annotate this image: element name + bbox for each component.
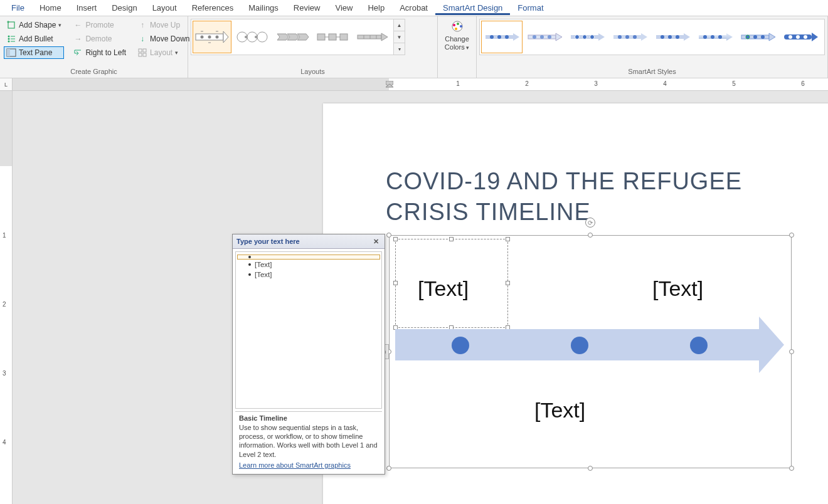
svg-point-27 xyxy=(255,36,257,38)
resize-handle-e[interactable] xyxy=(789,349,794,354)
resize-handle-nw[interactable] xyxy=(386,233,391,238)
text-pane-close-icon[interactable]: ✕ xyxy=(371,236,381,246)
change-colors-group-label xyxy=(438,75,476,78)
shape-handle-ne[interactable] xyxy=(506,237,510,241)
tab-file[interactable]: File xyxy=(4,1,32,15)
layouts-gallery-scroll[interactable]: ▲ ▼ ▾ xyxy=(393,19,405,55)
add-shape-label: Add Shape xyxy=(19,21,56,29)
style-option-5[interactable] xyxy=(652,21,693,53)
layout-option-circle-accent[interactable] xyxy=(233,21,272,53)
style-option-8[interactable] xyxy=(780,21,821,53)
svg-rect-31 xyxy=(317,34,325,40)
svg-marker-28 xyxy=(277,34,289,40)
ruler-corner[interactable]: L xyxy=(0,78,13,91)
text-pane-item-2[interactable]: [Text] xyxy=(237,260,380,270)
tab-view[interactable]: View xyxy=(327,1,360,15)
layout-icon xyxy=(137,48,147,58)
shape-handle-w[interactable] xyxy=(393,281,398,285)
tab-design[interactable]: Design xyxy=(104,1,144,15)
text-pane-header[interactable]: Type your text here ✕ xyxy=(233,234,385,249)
resize-handle-s[interactable] xyxy=(588,466,593,471)
layout-option-basic-timeline[interactable] xyxy=(193,21,231,53)
layout-option-connected-blocks[interactable] xyxy=(313,21,352,53)
style-option-6[interactable] xyxy=(694,21,736,53)
tab-acrobat[interactable]: Acrobat xyxy=(392,1,435,15)
left-margin-marker[interactable] xyxy=(386,81,392,88)
timeline-dot-2[interactable] xyxy=(571,337,588,354)
text-pane-item-1[interactable] xyxy=(237,255,380,260)
text-pane-title: Type your text here xyxy=(236,238,300,245)
layouts-gallery[interactable]: ▲ ▼ ▾ xyxy=(191,19,405,55)
tab-smartart-design[interactable]: SmartArt Design xyxy=(435,1,510,15)
style-option-1[interactable] xyxy=(481,21,523,53)
resize-handle-n[interactable] xyxy=(588,233,593,238)
style-option-7[interactable] xyxy=(737,21,778,53)
smartart-timeline-arrow[interactable] xyxy=(395,317,784,373)
tab-references[interactable]: References xyxy=(184,1,241,15)
svg-point-54 xyxy=(548,35,551,39)
smartart-text-2[interactable]: [Text] xyxy=(652,276,703,301)
text-pane-label: Text Pane xyxy=(19,48,52,57)
tab-help[interactable]: Help xyxy=(360,1,392,15)
change-colors-button[interactable]: Change Colors xyxy=(442,19,472,52)
text-pane-learn-more-link[interactable]: Learn more about SmartArt graphics xyxy=(239,461,378,469)
style-option-3[interactable] xyxy=(566,21,608,53)
tab-layout[interactable]: Layout xyxy=(145,1,184,15)
vertical-ruler[interactable]: 1 2 3 4 xyxy=(0,91,13,504)
layouts-group-label: Layouts xyxy=(188,68,437,78)
tab-home[interactable]: Home xyxy=(32,1,69,15)
layouts-gallery-down[interactable]: ▼ xyxy=(394,31,405,43)
add-shape-button[interactable]: Add Shape xyxy=(4,19,64,31)
text-pane-list[interactable]: [Text] [Text] xyxy=(235,251,382,409)
svg-marker-37 xyxy=(381,33,388,41)
layout-option-segmented-arrow[interactable] xyxy=(353,21,392,53)
tab-mailings[interactable]: Mailings xyxy=(241,1,286,15)
resize-handle-ne[interactable] xyxy=(789,233,794,238)
svg-point-77 xyxy=(746,35,750,39)
horizontal-ruler[interactable]: 1 2 3 4 5 6 xyxy=(13,78,828,91)
text-pane-item-3[interactable]: [Text] xyxy=(237,270,380,280)
tab-insert[interactable]: Insert xyxy=(69,1,105,15)
smartart-text-3[interactable]: [Text] xyxy=(534,398,585,423)
smartart-object[interactable]: ⟳ ◂ [Text] [Text] [Te xyxy=(389,235,792,468)
promote-icon: ← xyxy=(73,20,83,30)
svg-point-26 xyxy=(245,36,247,38)
shape-handle-n[interactable] xyxy=(449,237,454,241)
timeline-dot-1[interactable] xyxy=(452,337,469,354)
text-pane-item-2-text[interactable]: [Text] xyxy=(255,261,272,268)
style-option-4[interactable] xyxy=(609,21,650,53)
layouts-gallery-up[interactable]: ▲ xyxy=(394,19,405,31)
change-colors-icon xyxy=(449,20,466,34)
svg-point-78 xyxy=(753,35,757,39)
layouts-gallery-more[interactable]: ▾ xyxy=(394,43,405,55)
svg-point-83 xyxy=(796,35,800,39)
right-to-left-button[interactable]: Right to Left xyxy=(70,46,129,59)
timeline-dot-3[interactable] xyxy=(690,337,708,354)
tab-review[interactable]: Review xyxy=(286,1,328,15)
smartart-text-pane[interactable]: Type your text here ✕ [Text] [Text] Basi… xyxy=(232,234,385,475)
svg-point-68 xyxy=(668,35,672,39)
smartart-text-1[interactable]: [Text] xyxy=(418,276,469,301)
add-bullet-button[interactable]: Add Bullet xyxy=(4,33,64,45)
svg-point-63 xyxy=(625,35,629,39)
group-change-colors: Change Colors xyxy=(438,16,477,78)
move-down-button[interactable]: ↓ Move Down xyxy=(135,33,192,45)
tab-format[interactable]: Format xyxy=(510,1,551,15)
resize-handle-se[interactable] xyxy=(789,466,794,471)
style-option-2[interactable] xyxy=(524,21,565,53)
layout-option-chevron[interactable] xyxy=(273,21,312,53)
text-pane-button[interactable]: Text Pane xyxy=(4,46,64,59)
page-title[interactable]: COVID-19 AND THE REFUGEE CRISIS TIMELINE xyxy=(386,166,810,228)
resize-handle-sw[interactable] xyxy=(386,466,391,471)
svg-point-19 xyxy=(216,36,219,39)
text-pane-item-3-text[interactable]: [Text] xyxy=(255,271,272,278)
document-workspace[interactable]: L 1 2 3 4 5 6 1 2 3 4 COVID-19 AND THE R… xyxy=(0,78,828,504)
svg-marker-29 xyxy=(287,34,299,40)
ribbon-tabs[interactable]: File Home Insert Design Layout Reference… xyxy=(0,0,828,16)
rotate-handle[interactable]: ⟳ xyxy=(585,218,595,228)
hruler-ticks xyxy=(13,78,828,91)
shape-handle-e[interactable] xyxy=(506,281,510,285)
shape-handle-nw[interactable] xyxy=(393,237,398,241)
styles-gallery[interactable] xyxy=(479,19,825,55)
svg-point-17 xyxy=(201,36,204,39)
